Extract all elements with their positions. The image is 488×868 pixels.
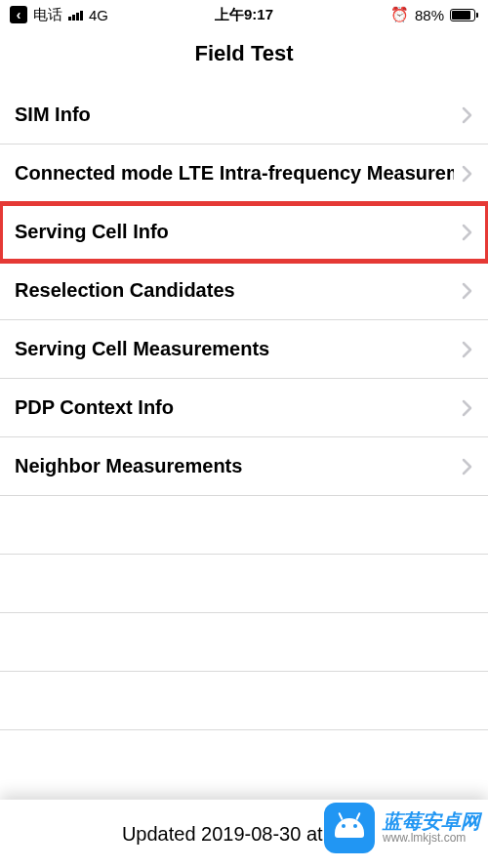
menu-item-empty xyxy=(0,672,488,730)
watermark-text: 蓝莓安卓网 www.lmkjst.com xyxy=(383,810,480,845)
page-title: Field Test xyxy=(0,29,488,78)
watermark-title: 蓝莓安卓网 xyxy=(383,810,480,832)
android-logo-icon xyxy=(324,803,375,853)
menu-item-connected-mode[interactable]: Connected mode LTE Intra-frequency Measu… xyxy=(0,145,488,203)
chevron-right-icon xyxy=(462,165,473,183)
menu-item-sim-info[interactable]: SIM Info xyxy=(0,86,488,145)
clock-label: 上午9:17 xyxy=(215,6,273,24)
menu-item-empty xyxy=(0,555,488,613)
menu-item-neighbor-measurements[interactable]: Neighbor Measurements xyxy=(0,437,488,496)
signal-icon xyxy=(68,9,83,21)
back-app-icon[interactable]: ‹ xyxy=(10,6,27,23)
menu-item-serving-cell-measurements[interactable]: Serving Cell Measurements xyxy=(0,320,488,379)
menu-item-label: Connected mode LTE Intra-frequency Measu… xyxy=(15,162,454,185)
chevron-right-icon xyxy=(462,224,473,241)
menu-item-label: Reselection Candidates xyxy=(15,279,235,302)
network-label: 4G xyxy=(89,7,108,23)
status-bar: ‹ 电话 4G 上午9:17 ⏰ 88% xyxy=(0,0,488,29)
menu-item-label: Serving Cell Measurements xyxy=(15,338,269,360)
menu-list: SIM Info Connected mode LTE Intra-freque… xyxy=(0,86,488,730)
battery-percent-label: 88% xyxy=(415,7,444,23)
chevron-right-icon xyxy=(462,458,473,475)
chevron-right-icon xyxy=(462,341,473,358)
menu-item-label: Neighbor Measurements xyxy=(15,455,242,477)
status-right: ⏰ 88% xyxy=(390,6,478,23)
watermark: 蓝莓安卓网 www.lmkjst.com xyxy=(324,803,480,853)
alarm-icon: ⏰ xyxy=(390,6,409,23)
status-left: ‹ 电话 4G xyxy=(10,6,108,24)
carrier-label: 电话 xyxy=(33,6,62,24)
chevron-right-icon xyxy=(462,282,473,300)
menu-item-serving-cell-info[interactable]: Serving Cell Info xyxy=(0,203,488,262)
menu-item-pdp-context-info[interactable]: PDP Context Info xyxy=(0,379,488,437)
watermark-url: www.lmkjst.com xyxy=(383,832,480,845)
menu-item-label: Serving Cell Info xyxy=(15,221,169,243)
chevron-right-icon xyxy=(462,106,473,124)
battery-icon xyxy=(450,9,478,21)
menu-item-empty xyxy=(0,613,488,672)
menu-item-reselection-candidates[interactable]: Reselection Candidates xyxy=(0,262,488,320)
chevron-right-icon xyxy=(462,399,473,417)
menu-item-label: PDP Context Info xyxy=(15,396,174,419)
menu-item-empty xyxy=(0,496,488,555)
menu-item-label: SIM Info xyxy=(15,103,91,126)
